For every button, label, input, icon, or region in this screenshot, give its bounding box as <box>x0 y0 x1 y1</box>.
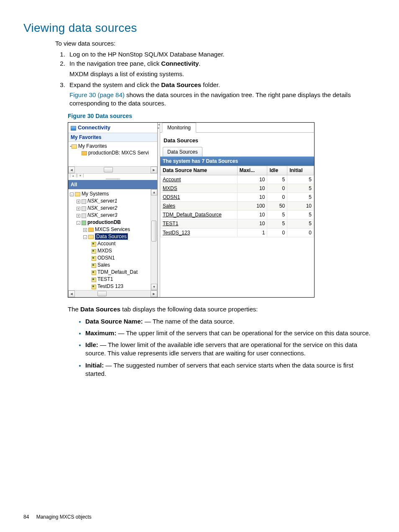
cell-idle: 0 <box>267 228 287 237</box>
folder-icon <box>75 192 80 196</box>
cell-name[interactable]: TestDS_123 <box>161 228 238 237</box>
mxcs-services-node[interactable]: +MXCS Services <box>70 226 156 233</box>
intro-text: To view data sources: <box>55 39 376 48</box>
property-term: Idle: <box>85 341 98 348</box>
scroll-right-button[interactable]: ► <box>151 290 157 297</box>
cell-initial: 0 <box>287 228 314 237</box>
cell-name[interactable]: MXDS <box>161 184 238 193</box>
scroll-up-button[interactable]: ▲ <box>151 189 157 195</box>
expand-icon[interactable]: - <box>77 221 80 225</box>
detail-right-pane: Monitoring Data Sources Data Sources The… <box>160 123 314 297</box>
count-bar: The system has 7 Data Sources <box>160 157 314 166</box>
table-row[interactable]: TDM_Default_DataSource1055 <box>161 211 314 219</box>
cell-name[interactable]: TEST1 <box>161 219 238 228</box>
ds-item[interactable]: TEST1 <box>70 276 156 283</box>
ds-item[interactable]: MXDS <box>70 247 156 254</box>
data-sources-inner-tab[interactable]: Data Sources <box>163 147 202 157</box>
property-item: Data Source Name: — The name of the data… <box>85 317 376 326</box>
step-3: Expand the system and click the Data Sou… <box>67 81 376 108</box>
folder-icon <box>82 151 87 155</box>
property-desc: — The suggested number of servers that e… <box>85 362 353 377</box>
datasource-icon <box>92 256 96 261</box>
datasource-icon <box>92 285 96 289</box>
expand-icon[interactable]: + <box>77 200 80 203</box>
cell-initial: 5 <box>287 219 314 228</box>
cell-maxi: 10 <box>237 211 267 219</box>
col-maxi[interactable]: Maxi... <box>237 166 267 175</box>
table-row[interactable]: Sales1005010 <box>161 202 314 211</box>
cell-name[interactable]: TDM_Default_DataSource <box>161 211 238 219</box>
nav-left-pane: Connectivity My Favorites -My Favorites … <box>68 123 158 297</box>
data-sources-table: Data Source Name Maxi... Idle Initial Ac… <box>160 166 314 237</box>
folder-icon <box>88 228 94 232</box>
ds-item[interactable]: Account <box>70 240 156 247</box>
cell-idle: 5 <box>267 219 287 228</box>
datasource-icon <box>92 263 96 268</box>
table-row[interactable]: Account1055 <box>161 175 314 184</box>
table-row[interactable]: TestDS_123100 <box>161 228 314 237</box>
scroll-left-button[interactable]: ◄ <box>68 167 75 173</box>
server-node[interactable]: +NSK_server1 <box>70 198 156 205</box>
figure-link[interactable]: Figure 30 (page 84) <box>69 91 125 98</box>
expand-icon[interactable]: - <box>70 193 74 196</box>
server-node[interactable]: +NSK_server2 <box>70 205 156 212</box>
step-3-sub: Figure 30 (page 84) shows the data sourc… <box>69 91 376 108</box>
property-term: Initial: <box>85 362 104 369</box>
cell-initial: 5 <box>287 175 314 184</box>
top-tab-bar: Monitoring <box>160 123 314 133</box>
scroll-thumb[interactable] <box>104 167 113 172</box>
data-sources-node[interactable]: -Data Sources <box>70 233 156 240</box>
favorites-root[interactable]: -My Favorites <box>70 143 156 149</box>
cell-name[interactable]: Account <box>161 175 238 184</box>
datasource-icon <box>92 278 96 282</box>
monitoring-tab[interactable]: Monitoring <box>162 123 196 133</box>
cell-name[interactable]: Sales <box>161 202 238 211</box>
favorites-child[interactable]: productionDB: MXCS Servi <box>70 149 156 156</box>
my-systems-node[interactable]: -My Systems <box>70 190 156 198</box>
expand-icon[interactable]: - <box>83 235 87 239</box>
scroll-left-button[interactable]: ◄ <box>68 290 75 297</box>
ds-item[interactable]: ODSN1 <box>70 254 156 262</box>
cell-maxi: 100 <box>237 202 267 211</box>
ds-item[interactable]: TDM_Default_Dat <box>70 269 156 276</box>
expand-icon[interactable]: + <box>77 207 80 211</box>
step-2: In the navigation tree pane, click Conne… <box>67 59 376 78</box>
server-icon <box>82 199 86 204</box>
expand-icon[interactable]: + <box>77 214 80 218</box>
scroll-thumb[interactable] <box>151 221 156 242</box>
scroll-down-button[interactable]: ▼ <box>151 284 157 290</box>
col-initial[interactable]: Initial <box>287 166 314 175</box>
v-scrollbar[interactable]: ▲ ▼ <box>151 189 157 290</box>
cell-idle: 5 <box>267 211 287 219</box>
connectivity-header: Connectivity <box>68 123 157 133</box>
after-figure-text: The Data Sources tab displays the follow… <box>68 305 376 314</box>
col-data-source-name[interactable]: Data Source Name <box>161 166 238 175</box>
scroll-thumb[interactable] <box>97 291 107 296</box>
ds-item[interactable]: Sales <box>70 262 156 269</box>
table-row[interactable]: TEST11055 <box>161 219 314 228</box>
server-node[interactable]: +NSK_server3 <box>70 212 156 219</box>
page-title: Viewing data sources <box>23 20 376 36</box>
col-idle[interactable]: Idle <box>267 166 287 175</box>
productiondb-node[interactable]: -productionDB <box>70 219 156 226</box>
h-scrollbar[interactable]: ◄ ► <box>68 166 157 173</box>
table-row[interactable]: MXDS1005 <box>161 184 314 193</box>
cell-initial: 5 <box>287 193 314 201</box>
cell-maxi: 10 <box>237 184 267 193</box>
cell-name[interactable]: ODSN1 <box>161 193 238 201</box>
cell-maxi: 10 <box>237 193 267 201</box>
datasource-icon <box>92 242 96 247</box>
cell-idle: 0 <box>267 184 287 193</box>
expand-icon[interactable]: + <box>83 228 87 232</box>
datasource-icon <box>92 270 96 275</box>
property-item: Idle: — The lower limit of the available… <box>85 341 376 358</box>
properties-list: Data Source Name: — The name of the data… <box>77 317 376 378</box>
scroll-right-button[interactable]: ► <box>151 167 157 173</box>
connectivity-icon <box>71 126 76 131</box>
figure-30-screenshot: Connectivity My Favorites -My Favorites … <box>68 122 315 298</box>
h-scrollbar-bottom[interactable]: ◄ ► <box>68 290 157 297</box>
cell-maxi: 10 <box>237 219 267 228</box>
table-row[interactable]: ODSN11005 <box>161 193 314 201</box>
ds-item[interactable]: TestDS 123 <box>70 283 156 290</box>
cell-maxi: 1 <box>237 228 267 237</box>
